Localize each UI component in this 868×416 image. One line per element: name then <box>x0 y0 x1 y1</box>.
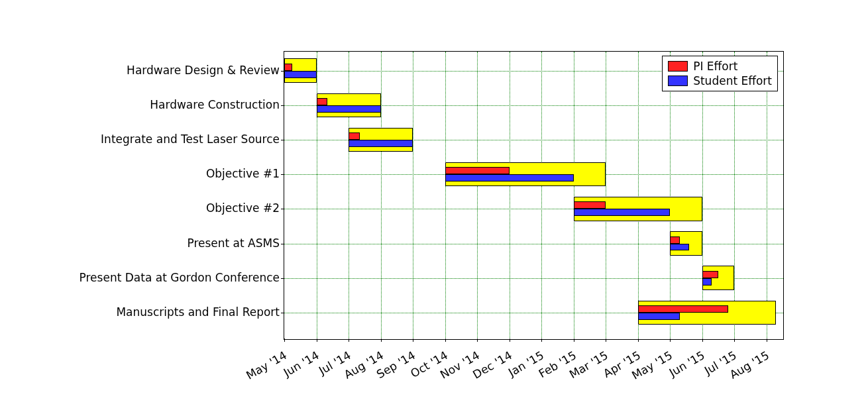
legend: PI Effort Student Effort <box>662 56 778 91</box>
x-axis-labels: May '14Jun '14Jul '14Aug '14Sep '14Oct '… <box>284 344 784 397</box>
y-tick-label: Present at ASMS <box>0 237 280 248</box>
task-bar-student <box>284 71 317 78</box>
task-bar-student <box>574 209 671 216</box>
legend-entry-student: Student Effort <box>668 74 772 88</box>
y-tick-label: Present Data at Gordon Conference <box>0 272 280 283</box>
task-bar-student <box>317 105 381 113</box>
legend-label-pi: PI Effort <box>693 60 737 73</box>
y-tick-label: Manuscripts and Final Report <box>0 306 280 317</box>
y-tick-label: Objective #2 <box>0 203 280 214</box>
chart-canvas: Hardware Design & ReviewHardware Constru… <box>0 0 868 416</box>
x-tick-label: Jun '14 <box>281 348 321 379</box>
y-tick-label: Hardware Construction <box>0 99 280 110</box>
task-bar-pi <box>349 132 360 140</box>
task-bar-student <box>349 140 413 147</box>
task-bar-pi <box>284 64 292 71</box>
task-bar-student <box>445 174 574 182</box>
y-tick-label: Integrate and Test Laser Source <box>0 134 280 145</box>
task-bar-pi <box>638 305 728 313</box>
task-bar-pi <box>702 271 718 278</box>
legend-label-student: Student Effort <box>693 74 772 87</box>
task-bar-student <box>702 278 712 286</box>
plot-area: PI Effort Student Effort <box>284 51 784 340</box>
task-bar-pi <box>670 236 680 244</box>
x-tick-label: Jun '15 <box>667 348 706 379</box>
x-tick-label: May '14 <box>244 348 289 382</box>
y-axis-labels: Hardware Design & ReviewHardware Constru… <box>0 51 280 340</box>
task-bar-pi <box>445 167 510 174</box>
task-bar-pi <box>574 201 606 209</box>
legend-swatch-student <box>668 76 688 86</box>
task-bar-pi <box>317 98 328 105</box>
task-bar-student <box>670 244 689 251</box>
legend-entry-pi: PI Effort <box>668 59 772 74</box>
task-bar-student <box>638 313 680 320</box>
y-tick-label: Objective #1 <box>0 168 280 180</box>
legend-swatch-pi <box>668 61 688 72</box>
y-tick-label: Hardware Design & Review <box>0 64 280 76</box>
